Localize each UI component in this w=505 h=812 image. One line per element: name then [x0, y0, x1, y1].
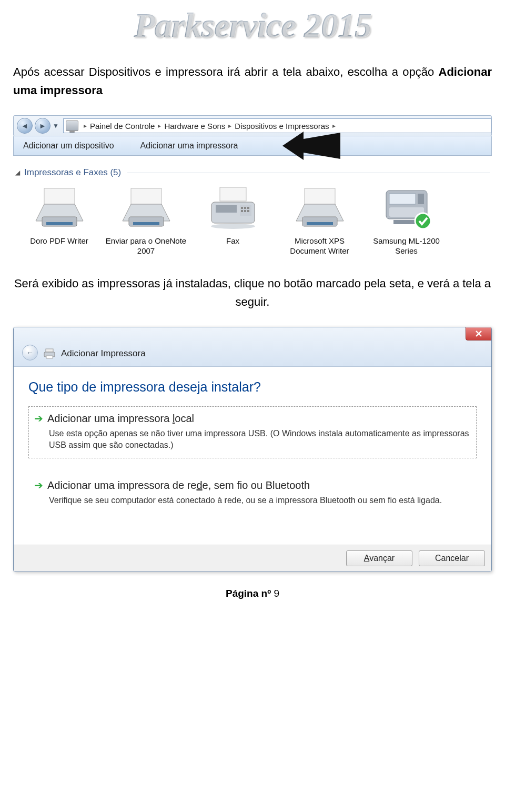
printer-item[interactable]: Doro PDF Writer [18, 184, 100, 256]
explorer-address-bar: ◄ ► ▼ ▸ Painel de Controle ▸ Hardware e … [13, 115, 492, 136]
svg-rect-9 [220, 187, 246, 201]
nav-forward-button[interactable]: ► [35, 118, 50, 134]
chevron-right-icon: ▸ [84, 122, 87, 129]
option-title: Adicionar uma impressora local [47, 413, 194, 425]
svg-marker-0 [282, 132, 340, 160]
svg-rect-26 [418, 194, 424, 204]
nav-back-button[interactable]: ◄ [17, 118, 33, 134]
chevron-right-icon: ▸ [158, 122, 161, 129]
add-printer-menu[interactable]: Adicionar uma impressora [140, 141, 238, 151]
toolbar: Adicionar um dispositivo Adicionar uma i… [13, 136, 492, 156]
next-button[interactable]: Avançar [346, 550, 412, 566]
svg-rect-20 [305, 188, 335, 204]
svg-rect-15 [247, 207, 249, 209]
close-button[interactable] [466, 327, 492, 340]
svg-rect-25 [389, 194, 416, 204]
svg-rect-14 [244, 207, 246, 209]
monitor-icon [66, 121, 78, 131]
svg-rect-11 [216, 205, 237, 213]
add-printer-dialog: ← Adicionar Impressora Que tipo de impre… [13, 327, 492, 572]
printer-icon [43, 348, 56, 359]
breadcrumb[interactable]: ▸ Painel de Controle ▸ Hardware e Sons ▸… [63, 118, 491, 133]
footer-page-number: 9 [274, 588, 279, 599]
wizard-question: Que tipo de impressora deseja instalar? [28, 379, 477, 395]
mid-paragraph: Será exibido as impressoras já instalada… [13, 274, 492, 311]
dialog-body: Que tipo de impressora deseja instalar? … [14, 367, 491, 545]
printer-label: Fax [192, 236, 274, 246]
section-divider [127, 173, 490, 173]
printer-label: Microsoft XPS Document Writer [279, 236, 360, 256]
crumb-1[interactable]: Painel de Controle [90, 122, 155, 131]
option-title: Adicionar uma impressora de rede, sem fi… [47, 479, 310, 492]
svg-rect-16 [241, 210, 243, 212]
collapse-icon: ◢ [15, 169, 20, 176]
intro-paragraph: Após acessar Dispositivos e impressora i… [13, 63, 492, 99]
printer-item[interactable]: Enviar para o OneNote 2007 [105, 184, 187, 256]
footer-label: Página nº [226, 588, 274, 599]
section-header[interactable]: ◢ Impressoras e Faxes (5) [15, 167, 490, 178]
option-network-printer[interactable]: ➔ Adicionar uma impressora de rede, sem … [28, 473, 477, 514]
arrow-right-icon: ➔ [34, 412, 43, 425]
svg-rect-8 [133, 222, 159, 225]
svg-rect-5 [131, 188, 161, 204]
printer-label: Enviar para o OneNote 2007 [105, 236, 187, 256]
chevron-right-icon: ▸ [228, 122, 231, 129]
printer-item[interactable]: Microsoft XPS Document Writer [279, 184, 360, 256]
wizard-back-button[interactable]: ← [22, 345, 38, 360]
screenshot-devices-printers: ◄ ► ▼ ▸ Painel de Controle ▸ Hardware e … [13, 115, 492, 258]
option-description: Verifique se seu computador está conecta… [49, 495, 471, 506]
option-description: Use esta opção apenas se não tiver uma i… [49, 428, 471, 450]
printers-section: ◢ Impressoras e Faxes (5) Doro PDF Write… [13, 165, 492, 258]
svg-rect-13 [241, 207, 243, 209]
svg-point-19 [211, 224, 255, 229]
svg-rect-32 [46, 349, 53, 352]
callout-arrow [280, 127, 343, 164]
svg-rect-34 [46, 356, 53, 358]
printer-item[interactable]: Fax [192, 184, 274, 256]
dialog-titlebar: ← Adicionar Impressora [14, 327, 491, 367]
option-local-printer[interactable]: ➔ Adicionar uma impressora local Use est… [28, 406, 477, 458]
arrow-right-icon: ➔ [34, 479, 43, 492]
close-icon [475, 330, 482, 337]
svg-rect-4 [46, 222, 73, 225]
dialog-footer: Avançar Cancelar [14, 545, 491, 572]
svg-rect-17 [244, 210, 246, 212]
section-title: Impressoras e Faxes (5) [24, 167, 121, 178]
intro-text: Após acessar Dispositivos e impressora i… [13, 65, 439, 78]
svg-rect-18 [247, 210, 249, 212]
dialog-title: Adicionar Impressora [61, 348, 146, 359]
svg-rect-1 [44, 188, 75, 204]
printer-item[interactable]: Samsung ML-1200 Series [366, 184, 447, 256]
printer-label: Doro PDF Writer [18, 236, 100, 246]
cancel-button[interactable]: Cancelar [419, 550, 485, 566]
page-footer: Página nº 9 [13, 588, 492, 599]
crumb-2[interactable]: Hardware e Sons [164, 122, 225, 131]
add-device-menu[interactable]: Adicionar um dispositivo [23, 141, 114, 151]
printer-label: Samsung ML-1200 Series [366, 236, 447, 256]
svg-rect-23 [307, 222, 333, 225]
printer-list: Doro PDF Writer Enviar para o OneNote 20… [15, 181, 490, 256]
logo-text: Parkservice 2015 [134, 5, 371, 45]
svg-point-29 [415, 213, 431, 229]
header-logo: Parkservice 2015 [13, 0, 492, 58]
nav-history-dropdown[interactable]: ▼ [52, 121, 60, 131]
